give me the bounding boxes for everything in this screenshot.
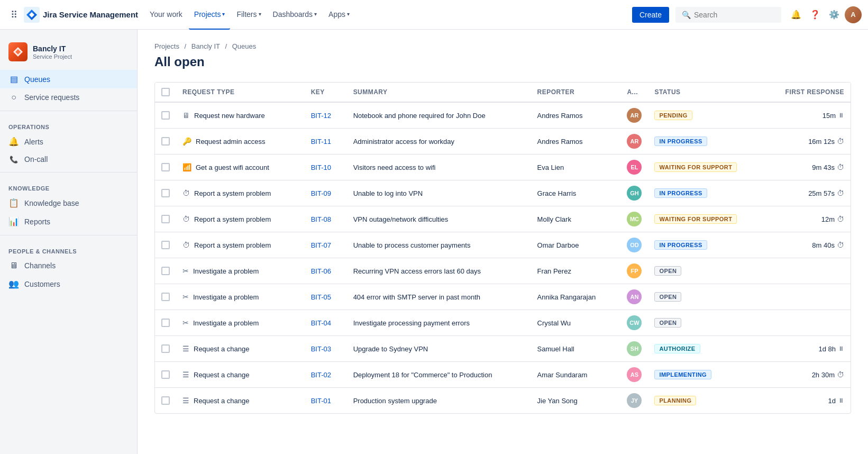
- req-type-label: Report a system problem: [194, 215, 271, 223]
- summary-cell: 404 error with SMTP server in past month: [347, 284, 531, 310]
- req-type-label: Request admin access: [196, 138, 266, 146]
- table-row: ✂ Investigate a problem BIT-04 Investiga…: [155, 310, 851, 336]
- summary-cell: VPN outage/network difficulties: [347, 206, 531, 232]
- assignee-avatar: AR: [627, 108, 642, 123]
- row-checkbox[interactable]: [161, 396, 170, 405]
- sidebar-item-oncall[interactable]: 📞 On-call: [0, 151, 137, 168]
- key-cell: BIT-04: [305, 310, 347, 336]
- response-cell: [764, 258, 851, 284]
- help-button[interactable]: ❓: [807, 6, 824, 23]
- issue-key-link[interactable]: BIT-04: [311, 319, 331, 327]
- table-row: 🔑 Request admin access BIT-11 Administra…: [155, 129, 851, 155]
- breadcrumb-queues: Queues: [232, 42, 257, 50]
- assignee-avatar: AN: [627, 289, 642, 304]
- issue-key-link[interactable]: BIT-07: [311, 241, 331, 249]
- row-checkbox[interactable]: [161, 189, 170, 197]
- req-type-label: Investigate a problem: [193, 293, 259, 301]
- assignee-avatar: MC: [627, 212, 642, 226]
- row-checkbox[interactable]: [161, 163, 170, 171]
- row-checkbox[interactable]: [161, 241, 170, 249]
- row-checkbox[interactable]: [161, 319, 170, 327]
- sidebar-section-knowledge: KNOWLEDGE: [0, 177, 137, 194]
- status-cell: IMPLEMENTING: [648, 362, 763, 388]
- row-checkbox[interactable]: [161, 215, 170, 223]
- assignee-avatar: SH: [627, 341, 642, 356]
- search-input[interactable]: [694, 11, 768, 19]
- req-type-icon: ☰: [182, 370, 189, 379]
- sidebar-item-reports[interactable]: 📊 Reports: [0, 212, 137, 231]
- summary-cell: Upgrade to Sydney VPN: [347, 336, 531, 362]
- topnav-dashboards[interactable]: Dashboards ▾: [268, 0, 323, 30]
- issue-key-link[interactable]: BIT-03: [311, 345, 331, 353]
- create-button[interactable]: Create: [632, 7, 669, 23]
- notifications-button[interactable]: 🔔: [788, 6, 805, 23]
- topnav-filters[interactable]: Filters ▾: [231, 0, 266, 30]
- sidebar-item-service-requests[interactable]: ○ Service requests: [0, 88, 137, 106]
- key-cell: BIT-12: [305, 102, 347, 129]
- table-row: ☰ Request a change BIT-03 Upgrade to Syd…: [155, 336, 851, 362]
- logo[interactable]: Jira Service Management: [24, 7, 138, 23]
- response-cell: 9m 43s⏱: [764, 155, 851, 180]
- sidebar-item-queues[interactable]: ▤ Queues: [0, 70, 137, 88]
- topnav-apps[interactable]: Apps ▾: [323, 0, 355, 30]
- issue-key-link[interactable]: BIT-06: [311, 267, 331, 275]
- issue-key-link[interactable]: BIT-10: [311, 164, 331, 171]
- header-summary: Summary: [347, 83, 531, 102]
- topnav-your-work[interactable]: Your work: [144, 0, 188, 30]
- header-first-response: First response: [764, 83, 851, 102]
- row-checkbox[interactable]: [161, 111, 170, 120]
- sidebar-item-alerts[interactable]: 🔔 Alerts: [0, 132, 137, 151]
- req-type-label: Request a change: [194, 345, 250, 353]
- status-badge: PLANNING: [654, 396, 696, 405]
- reporter-cell: Andres Ramos: [531, 102, 621, 129]
- req-type-label: Request a change: [194, 371, 250, 379]
- sidebar-item-channels[interactable]: 🖥 Channels: [0, 257, 137, 275]
- key-cell: BIT-10: [305, 155, 347, 180]
- issue-key-link[interactable]: BIT-02: [311, 371, 331, 379]
- assignee-cell: AS: [620, 362, 648, 388]
- issue-key-link[interactable]: BIT-11: [311, 138, 331, 146]
- issue-key-link[interactable]: BIT-01: [311, 397, 331, 405]
- issue-key-link[interactable]: BIT-09: [311, 189, 331, 197]
- row-checkbox[interactable]: [161, 137, 170, 146]
- topnav: ⠿ Jira Service Management Your work Proj…: [0, 0, 868, 30]
- row-checkbox[interactable]: [161, 370, 170, 379]
- status-cell: WAITING FOR SUPPORT: [648, 155, 763, 180]
- dashboards-chevron-icon: ▾: [314, 11, 317, 17]
- search-box[interactable]: 🔍: [675, 7, 781, 23]
- assignee-cell: AR: [620, 129, 648, 155]
- response-cell: 12m⏱: [764, 206, 851, 232]
- grid-icon[interactable]: ⠿: [6, 5, 22, 25]
- select-all-checkbox[interactable]: [161, 88, 170, 96]
- req-type-cell: ⏱ Report a system problem: [176, 232, 305, 258]
- search-icon: 🔍: [682, 11, 691, 19]
- row-checkbox[interactable]: [161, 267, 170, 275]
- user-avatar[interactable]: A: [845, 6, 862, 23]
- header-reporter: Reporter: [531, 83, 621, 102]
- breadcrumb-bancly-it[interactable]: Bancly IT: [191, 42, 220, 50]
- reporter-cell: Andres Ramos: [531, 129, 621, 155]
- summary-cell: Recurring VPN access errors last 60 days: [347, 258, 531, 284]
- topnav-projects[interactable]: Projects ▾: [189, 0, 231, 30]
- header-assignee: A...: [620, 83, 648, 102]
- settings-button[interactable]: ⚙️: [826, 6, 843, 23]
- req-type-cell: ☰ Request a change: [176, 336, 305, 362]
- row-checkbox[interactable]: [161, 293, 170, 301]
- assignee-avatar: FP: [627, 264, 642, 278]
- sidebar-item-customers[interactable]: 👥 Customers: [0, 275, 137, 293]
- req-type-cell: ☰ Request a change: [176, 362, 305, 388]
- req-type-cell: 🔑 Request admin access: [176, 129, 305, 155]
- assignee-cell: SH: [620, 336, 648, 362]
- knowledge-base-icon: 📋: [8, 198, 19, 208]
- req-type-icon: ☰: [182, 344, 189, 353]
- issue-key-link[interactable]: BIT-08: [311, 215, 331, 223]
- row-checkbox[interactable]: [161, 344, 170, 353]
- projects-chevron-icon: ▾: [222, 11, 225, 17]
- summary-cell: Deployment 18 for "Commerce" to Producti…: [347, 362, 531, 388]
- issue-key-link[interactable]: BIT-05: [311, 293, 331, 301]
- breadcrumb-projects[interactable]: Projects: [154, 42, 179, 50]
- assignee-avatar: AS: [627, 367, 642, 382]
- sidebar-item-knowledge-base[interactable]: 📋 Knowledge base: [0, 194, 137, 212]
- issue-key-link[interactable]: BIT-12: [311, 112, 331, 120]
- summary-cell: Visitors need access to wifi: [347, 155, 531, 180]
